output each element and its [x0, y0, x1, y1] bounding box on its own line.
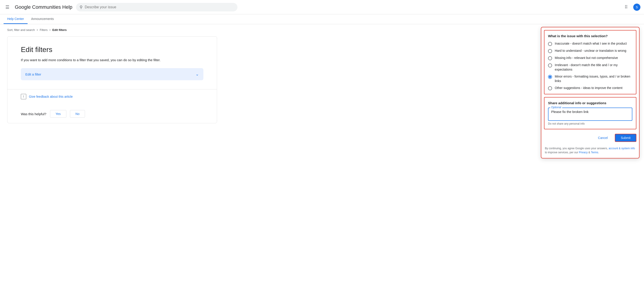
- tab-help-center[interactable]: Help Center: [4, 14, 28, 24]
- breadcrumb-sep-2: ›: [49, 28, 50, 32]
- article-card: Edit filters If you want to add more con…: [7, 36, 217, 123]
- additional-info-input[interactable]: [551, 110, 629, 118]
- radio-other[interactable]: Other suggestions - ideas to improve the…: [548, 86, 632, 90]
- text-field-label: Optional: [550, 106, 562, 109]
- panel-footer: By continuing, you agree Google uses you…: [541, 145, 639, 158]
- header: ☰ Google Communities Help ⚲ ⠿ S: [0, 0, 644, 14]
- tab-announcements[interactable]: Announcements: [28, 14, 58, 24]
- breadcrumb-link-sort[interactable]: Sort, filter and search: [7, 28, 35, 32]
- yes-button[interactable]: Yes: [50, 110, 66, 118]
- avatar[interactable]: S: [633, 3, 640, 11]
- radio-hard-to-understand[interactable]: Hard to understand - unclear or translat…: [548, 49, 632, 53]
- radio-missing-info[interactable]: Missing info - relevant but not comprehe…: [548, 56, 632, 60]
- feedback-section: ! Give feedback about this article: [8, 89, 217, 105]
- radio-circle-hard: [548, 49, 552, 53]
- feedback-article-link[interactable]: Give feedback about this article: [29, 95, 73, 98]
- header-right: ⠿ S: [623, 3, 640, 12]
- footer-link-terms[interactable]: Terms: [591, 151, 598, 154]
- radio-circle-inaccurate: [548, 42, 552, 46]
- app-title: Google Communities Help: [15, 4, 72, 10]
- article-content: Edit filters If you want to add more con…: [8, 36, 217, 89]
- radio-label-minor: Minor errors - formatting issues, typos,…: [555, 74, 632, 83]
- helpful-section: Was this helpful? Yes No: [8, 105, 217, 123]
- article-title: Edit filters: [21, 45, 204, 54]
- menu-icon[interactable]: ☰: [4, 3, 11, 12]
- nav-tabs: Help Center Announcements: [0, 14, 644, 24]
- main-layout: Sort, filter and search › Filters › Edit…: [0, 24, 644, 300]
- breadcrumb-sep-1: ›: [37, 28, 38, 32]
- no-button[interactable]: No: [70, 110, 85, 118]
- radio-label-hard: Hard to understand - unclear or translat…: [555, 49, 626, 53]
- radio-label-irrelevant: Irrelevant - doesn't match the title and…: [555, 63, 632, 72]
- radio-label-missing: Missing info - relevant but not comprehe…: [555, 56, 618, 60]
- footer-text-and: &: [588, 151, 591, 154]
- article-description: If you want to add more conditions to a …: [21, 57, 204, 63]
- breadcrumb-current: Edit filters: [52, 28, 67, 32]
- issue-title: What is the issue with this selection?: [548, 34, 632, 38]
- feedback-icon: !: [21, 94, 26, 99]
- helpful-question: Was this helpful?: [21, 112, 46, 116]
- submit-button[interactable]: Submit: [615, 134, 636, 142]
- radio-label-other: Other suggestions - ideas to improve the…: [555, 86, 622, 90]
- accordion-edit-filter[interactable]: Edit a filter ⌄: [21, 68, 204, 80]
- footer-text-middle: to improve services, per our: [545, 151, 579, 154]
- footer-link-privacy[interactable]: Privacy: [579, 151, 588, 154]
- radio-minor-errors[interactable]: Minor errors - formatting issues, typos,…: [548, 74, 632, 83]
- radio-inaccurate[interactable]: Inaccurate - doesn't match what I see in…: [548, 41, 632, 46]
- issue-section: What is the issue with this selection? I…: [544, 30, 636, 94]
- radio-circle-irrelevant: [548, 63, 552, 67]
- search-icon: ⚲: [80, 5, 82, 10]
- radio-irrelevant[interactable]: Irrelevant - doesn't match the title and…: [548, 63, 632, 72]
- accordion-arrow-icon: ⌄: [196, 72, 199, 77]
- breadcrumb-link-filters[interactable]: Filters: [40, 28, 48, 32]
- radio-circle-missing: [548, 56, 552, 60]
- text-field-hint: Do not share any personal info: [548, 122, 632, 125]
- breadcrumb: Sort, filter and search › Filters › Edit…: [7, 28, 217, 32]
- radio-circle-other: [548, 86, 552, 90]
- additional-title: Share additional info or suggestions: [548, 101, 632, 105]
- search-input[interactable]: [85, 5, 234, 9]
- cancel-button[interactable]: Cancel: [594, 134, 612, 141]
- panel-buttons: Cancel Submit: [541, 132, 639, 145]
- radio-label-inaccurate: Inaccurate - doesn't match what I see in…: [555, 41, 627, 46]
- content-area: Sort, filter and search › Filters › Edit…: [0, 24, 224, 300]
- radio-circle-minor: [548, 75, 552, 79]
- footer-text-before: By continuing, you agree Google uses you…: [545, 147, 608, 150]
- additional-section: Share additional info or suggestions Opt…: [544, 97, 636, 129]
- accordion-label: Edit a filter: [25, 72, 41, 76]
- text-field-wrap: Optional: [548, 108, 632, 121]
- footer-link-account[interactable]: account & system info: [608, 147, 635, 150]
- feedback-panel: What is the issue with this selection? I…: [541, 27, 640, 158]
- search-bar[interactable]: ⚲: [76, 3, 238, 11]
- footer-text-end: .: [598, 151, 599, 154]
- apps-icon[interactable]: ⠿: [623, 3, 630, 12]
